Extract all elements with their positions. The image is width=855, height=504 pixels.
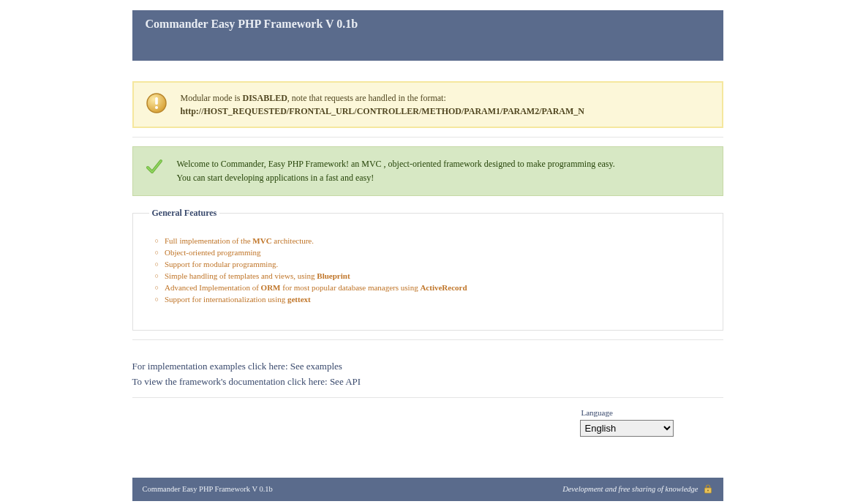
- api-line: To view the framework's documentation cl…: [132, 375, 723, 390]
- footer-right: Development and free sharing of knowledg…: [562, 484, 712, 495]
- page-title: Commander Easy PHP Framework V 0.1b: [146, 18, 358, 30]
- divider: [132, 339, 723, 340]
- page-footer: Commander Easy PHP Framework V 0.1b Deve…: [132, 478, 723, 501]
- language-block: Language English: [132, 397, 723, 437]
- svg-rect-1: [155, 97, 158, 105]
- examples-line: For implementation examples click here: …: [132, 359, 723, 375]
- list-item: Advanced Implementation of ORM for most …: [155, 282, 709, 293]
- list-item: Object-oriented programming: [155, 247, 709, 258]
- notice-text: Modular mode is DISABLED, note that requ…: [181, 91, 584, 118]
- divider: [132, 137, 723, 138]
- list-item: Full implementation of the MVC architect…: [155, 235, 709, 247]
- language-label: Language: [580, 408, 613, 417]
- welcome-box: Welcome to Commander, Easy PHP Framework…: [132, 146, 723, 196]
- url-format: http://HOST_REQUESTED/FRONTAL_URL/CONTRO…: [181, 106, 584, 116]
- svg-point-4: [707, 489, 709, 491]
- lock-icon: [703, 484, 713, 495]
- list-item: Support for modular programming.: [155, 258, 709, 270]
- page-header: Commander Easy PHP Framework V 0.1b: [132, 10, 723, 61]
- list-item: Simple handling of templates and views, …: [155, 270, 709, 282]
- feature-list: Full implementation of the MVC architect…: [155, 235, 709, 305]
- warning-icon: [146, 92, 167, 117]
- svg-point-2: [155, 106, 158, 109]
- features-fieldset: General Features Full implementation of …: [132, 208, 723, 331]
- check-icon: [145, 157, 164, 179]
- notice-box: Modular mode is DISABLED, note that requ…: [132, 81, 723, 128]
- see-examples-link[interactable]: See examples: [290, 361, 342, 372]
- list-item: Support for internationalization using g…: [155, 293, 709, 305]
- features-legend: General Features: [149, 208, 220, 219]
- links-block: For implementation examples click here: …: [132, 359, 723, 390]
- footer-left: Commander Easy PHP Framework V 0.1b: [143, 485, 273, 493]
- language-select[interactable]: English: [580, 420, 674, 437]
- see-api-link[interactable]: See API: [330, 376, 361, 387]
- page-container: Commander Easy PHP Framework V 0.1b Modu…: [132, 10, 723, 501]
- welcome-text: Welcome to Commander, Easy PHP Framework…: [177, 157, 615, 185]
